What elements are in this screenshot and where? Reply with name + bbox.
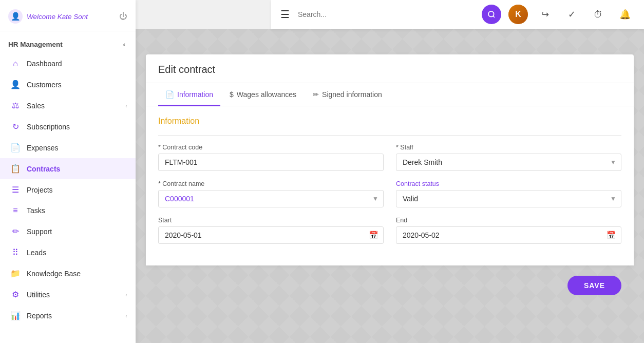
- sidebar-item-label: Subscriptions: [27, 123, 127, 131]
- subscriptions-icon: ↻: [10, 122, 21, 131]
- contract-code-label: * Contract code: [158, 144, 384, 151]
- contract-name-select[interactable]: C000001: [158, 190, 384, 207]
- tab-information-icon: 📄: [165, 90, 174, 99]
- contract-status-select-wrapper: Valid ▼: [396, 190, 621, 207]
- form-group-start: Start 📅: [158, 217, 384, 244]
- tab-signed-information[interactable]: ✏ Signed information: [306, 83, 389, 106]
- main-body: Edit contract 📄 Information $ Wages allo…: [136, 29, 644, 343]
- check-icon[interactable]: ✓: [562, 5, 581, 24]
- topbar: ☰ K ↪ ✓ ⏱ 🔔: [271, 0, 644, 29]
- contract-name-select-wrapper: C000001 ▼: [158, 190, 384, 207]
- sidebar-item-leads[interactable]: ⠿ Leads: [0, 242, 136, 263]
- sidebar-item-label: Reports: [27, 312, 119, 320]
- sidebar-item-label: Customers: [27, 81, 127, 89]
- staff-select[interactable]: Derek Smith: [396, 154, 621, 171]
- end-date-input[interactable]: [396, 226, 621, 244]
- start-calendar-icon[interactable]: 📅: [369, 231, 378, 240]
- sidebar-item-reports[interactable]: 📊 Reports ‹: [0, 305, 136, 326]
- bg-spacer-top: [146, 39, 634, 54]
- chevron-icon: ‹: [125, 292, 127, 298]
- sidebar-item-customers[interactable]: 👤 Customers: [0, 74, 136, 95]
- clock-icon[interactable]: ⏱: [589, 5, 608, 24]
- share-icon[interactable]: ↪: [535, 5, 555, 24]
- contract-status-label: Contract status: [396, 180, 621, 187]
- sidebar-section-label-text: HR Management: [8, 41, 63, 48]
- form-row-2: * Contract name C000001 ▼ Contract statu…: [158, 180, 621, 207]
- tabs-bar: 📄 Information $ Wages allowances ✏ Signe…: [146, 83, 634, 106]
- avatar-image: K: [508, 5, 528, 24]
- customers-icon: 👤: [10, 80, 21, 89]
- tab-information-label: Information: [177, 90, 213, 99]
- end-label: End: [396, 217, 621, 224]
- knowledge-base-icon: 📁: [10, 269, 21, 278]
- sidebar-item-knowledge-base[interactable]: 📁 Knowledge Base: [0, 263, 136, 284]
- tab-information[interactable]: 📄 Information: [158, 83, 220, 106]
- tasks-icon: ≡: [10, 206, 21, 215]
- page-title: Edit contract: [158, 64, 215, 75]
- leads-icon: ⠿: [10, 247, 21, 257]
- tab-wages-allowances[interactable]: $ Wages allowances: [222, 83, 304, 106]
- sidebar-item-subscriptions[interactable]: ↻ Subscriptions: [0, 116, 136, 137]
- sidebar-item-tasks[interactable]: ≡ Tasks: [0, 200, 136, 221]
- projects-icon: ☰: [10, 185, 21, 195]
- card-header: Edit contract: [146, 54, 634, 83]
- form-group-staff: * Staff Derek Smith ▼: [396, 144, 621, 171]
- sidebar-user: 👤 Welcome Kate Sont: [8, 9, 88, 24]
- utilities-icon: ⚙: [10, 290, 21, 299]
- chevron-icon: ‹: [125, 313, 127, 319]
- tab-signed-icon: ✏: [313, 90, 319, 99]
- power-icon[interactable]: ⏻: [119, 12, 127, 21]
- sidebar-section-hr[interactable]: HR Management ‹: [0, 35, 136, 53]
- tab-signed-label: Signed information: [322, 90, 382, 99]
- sidebar-item-expenses[interactable]: 📄 Expenses: [0, 137, 136, 158]
- bell-icon[interactable]: 🔔: [615, 5, 635, 24]
- avatar[interactable]: K: [508, 5, 528, 24]
- sidebar-item-contracts[interactable]: 📋 Contracts: [0, 158, 136, 179]
- sidebar-item-label: Utilities: [27, 291, 119, 299]
- sidebar-item-label: Projects: [27, 186, 127, 194]
- form-section: Information * Contract code * Staff Dere…: [146, 106, 634, 265]
- form-row-1: * Contract code * Staff Derek Smith ▼: [158, 144, 621, 171]
- sidebar-item-dashboard[interactable]: ⌂ Dashboard: [0, 53, 136, 74]
- form-group-contract-status: Contract status Valid ▼: [396, 180, 621, 207]
- expenses-icon: 📄: [10, 143, 21, 153]
- sidebar-item-label: Sales: [27, 102, 119, 110]
- sidebar-item-label: Support: [27, 227, 127, 236]
- sidebar-item-label: Dashboard: [27, 60, 127, 68]
- user-icon: 👤: [8, 9, 23, 24]
- svg-line-1: [493, 16, 495, 17]
- sidebar-item-support[interactable]: ✏ Support: [0, 221, 136, 242]
- form-group-contract-name: * Contract name C000001 ▼: [158, 180, 384, 207]
- sidebar-item-label: Contracts: [27, 165, 127, 173]
- search-button[interactable]: [482, 5, 501, 24]
- topbar-icons: K ↪ ✓ ⏱ 🔔: [482, 5, 635, 24]
- sidebar-item-utilities[interactable]: ⚙ Utilities ‹: [0, 284, 136, 305]
- chevron-icon: ‹: [125, 103, 127, 109]
- form-group-contract-code: * Contract code: [158, 144, 384, 171]
- search-input[interactable]: [298, 10, 476, 18]
- contract-name-label: * Contract name: [158, 180, 384, 187]
- sidebar-item-label: Leads: [27, 249, 127, 257]
- sidebar-item-label: Knowledge Base: [27, 270, 127, 278]
- sidebar-item-projects[interactable]: ☰ Projects: [0, 179, 136, 200]
- staff-label: * Staff: [396, 144, 621, 151]
- save-button[interactable]: SAVE: [567, 276, 621, 295]
- sales-icon: ⚖: [10, 101, 21, 110]
- sidebar-item-sales[interactable]: ⚖ Sales ‹: [0, 95, 136, 116]
- sidebar: 👤 Welcome Kate Sont ⏻ HR Management ‹ ⌂ …: [0, 0, 136, 343]
- start-date-container: 📅: [158, 226, 384, 244]
- edit-contract-card: Edit contract 📄 Information $ Wages allo…: [146, 54, 634, 265]
- staff-select-wrapper: Derek Smith ▼: [396, 154, 621, 171]
- sidebar-collapse-icon: ‹: [123, 41, 126, 48]
- start-date-input[interactable]: [158, 226, 384, 244]
- welcome-text: Welcome Kate Sont: [27, 13, 88, 21]
- form-row-3: Start 📅 End 📅: [158, 217, 621, 244]
- form-section-title: Information: [158, 117, 621, 126]
- contract-code-input[interactable]: [158, 154, 384, 171]
- form-group-end: End 📅: [396, 217, 621, 244]
- dashboard-icon: ⌂: [10, 59, 21, 68]
- hamburger-icon[interactable]: ☰: [280, 8, 290, 21]
- end-calendar-icon[interactable]: 📅: [607, 231, 616, 240]
- contract-status-select[interactable]: Valid: [396, 190, 621, 207]
- start-label: Start: [158, 217, 384, 224]
